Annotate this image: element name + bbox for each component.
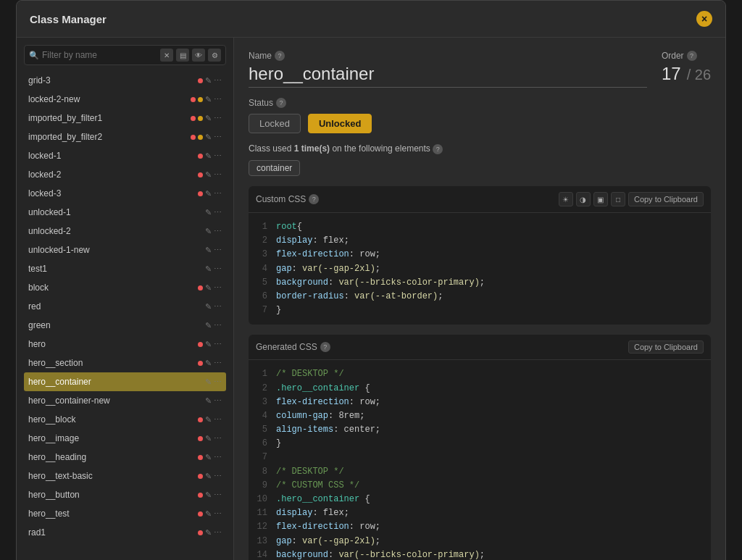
line-content: } [276,437,704,451]
list-item[interactable]: hero✎⋯ [24,335,226,354]
list-item[interactable]: hero__button✎⋯ [24,485,226,504]
more-icon: ⋯ [214,396,222,406]
list-item[interactable]: locked-2✎⋯ [24,165,226,184]
search-input[interactable] [42,50,157,60]
generated-css-copy-btn[interactable]: Copy to Clipboard [628,340,704,354]
list-item[interactable]: hero__container✎⋯ [24,372,226,391]
list-item[interactable]: hero__container-new✎⋯ [24,391,226,410]
class-item-name: imported_by_filter1 [28,113,191,123]
list-item[interactable]: red✎⋯ [24,297,226,316]
close-button[interactable]: × [696,11,712,27]
eye-button[interactable]: 👁 [192,49,205,62]
order-total: / 26 [687,67,711,83]
custom-css-info: ? [309,194,319,204]
custom-css-code[interactable]: 1root{2 display: flex;3 flex-direction: … [249,213,711,325]
code-line: 4 gap: var(--gap-2xl); [256,262,704,276]
list-item[interactable]: rad1✎⋯ [24,523,226,542]
class-item-icons: ✎⋯ [205,396,222,406]
line-content: } [276,304,704,317]
more-icon: ⋯ [214,509,222,519]
code-line: 11 display: flex; [256,506,704,520]
generated-css-header: Generated CSS ? Copy to Clipboard [249,335,711,360]
edit-icon: ✎ [205,170,212,180]
filter-button[interactable]: ▤ [176,49,189,62]
list-item[interactable]: imported_by_filter2✎⋯ [24,128,226,146]
class-item-icons: ✎⋯ [191,114,222,123]
line-content: flex-direction: row; [276,396,704,409]
code-line: 5 align-items: center; [256,423,704,437]
code-line: 6} [256,437,704,451]
orange-dot-icon [198,135,203,140]
list-item[interactable]: unlocked-2✎⋯ [24,222,226,241]
line-number: 2 [256,234,267,248]
list-item[interactable]: hero__heading✎⋯ [24,448,226,467]
list-item[interactable]: hero__image✎⋯ [24,429,226,448]
class-item-icons: ✎⋯ [198,472,222,481]
usage-label: Class used 1 time(s) on the following el… [249,143,711,154]
code-line: 8/* DESKTOP */ [256,465,704,479]
unlocked-button[interactable]: Unlocked [308,114,372,133]
line-content: gap: var(--gap-2xl); [276,262,704,276]
red-dot-icon [198,361,203,366]
settings-button[interactable]: ⚙ [208,49,221,62]
list-item[interactable]: hero__block✎⋯ [24,410,226,429]
line-number: 12 [256,520,267,534]
list-item[interactable]: locked-3✎⋯ [24,184,226,203]
line-number: 13 [256,535,267,548]
tablet-icon-btn[interactable]: ▣ [593,192,608,206]
red-dot-icon [198,78,203,83]
more-icon: ⋯ [214,76,222,85]
search-icon: 🔍 [29,51,39,60]
edit-icon: ✎ [205,434,212,443]
class-item-icons: ✎⋯ [198,340,222,349]
class-manager-modal: Class Manager × 🔍 ✕ ▤ 👁 ⚙ grid-3✎⋯locked… [16,0,726,560]
list-item[interactable]: unlocked-1✎⋯ [24,203,226,222]
list-item[interactable]: locked-1✎⋯ [24,146,226,165]
line-content: background: var(--bricks-color-primary); [276,548,704,560]
modal-body: 🔍 ✕ ▤ 👁 ⚙ grid-3✎⋯locked-2-new✎⋯imported… [17,38,725,560]
moon-icon-btn[interactable]: ◑ [576,192,591,206]
line-content: border-radius: var(--at-border); [276,290,704,304]
more-icon: ⋯ [214,415,222,425]
line-number: 3 [256,248,267,262]
list-item[interactable]: imported_by_filter1✎⋯ [24,109,226,128]
custom-css-copy-btn[interactable]: Copy to Clipboard [628,192,704,206]
line-content: root{ [276,220,704,234]
list-item[interactable]: locked-2-new✎⋯ [24,90,226,109]
mobile-icon-btn[interactable]: □ [611,192,625,206]
line-content: .hero__container { [276,493,704,506]
list-item[interactable]: hero__test✎⋯ [24,504,226,523]
class-item-icons: ✎⋯ [198,359,222,368]
list-item[interactable]: block✎⋯ [24,278,226,297]
edit-icon: ✎ [205,189,212,198]
name-info-icon: ? [275,51,285,61]
list-item[interactable]: grid-3✎⋯ [24,71,226,90]
generated-css-info: ? [320,342,330,352]
list-item[interactable]: green✎⋯ [24,316,226,335]
class-item-icons: ✎⋯ [205,246,222,255]
edit-icon: ✎ [205,377,212,387]
orange-dot-icon [198,116,203,121]
sun-icon-btn[interactable]: ☀ [559,192,573,206]
main-content: Name ? hero__container Order ? 17 / 26 [234,38,725,560]
class-item-name: hero__container-new [28,396,205,406]
class-item-icons: ✎⋯ [198,151,222,161]
more-icon: ⋯ [214,434,222,443]
status-toggle-row: Locked Unlocked [249,114,711,133]
class-item-name: hero__text-basic [28,471,198,481]
class-item-name: grid-3 [28,75,198,85]
more-icon: ⋯ [214,133,222,142]
edit-icon: ✎ [205,76,212,85]
edit-icon: ✎ [205,321,212,330]
generated-css-code[interactable]: 1/* DESKTOP */2.hero__container {3 flex-… [249,360,711,560]
list-item[interactable]: hero__section✎⋯ [24,354,226,372]
list-item[interactable]: unlocked-1-new✎⋯ [24,241,226,259]
code-line: 3 flex-direction: row; [256,248,704,262]
list-item[interactable]: hero__text-basic✎⋯ [24,467,226,485]
line-number: 7 [256,451,267,464]
locked-button[interactable]: Locked [249,114,301,133]
clear-search-button[interactable]: ✕ [160,49,173,62]
line-number: 6 [256,290,267,304]
more-icon: ⋯ [214,321,222,330]
list-item[interactable]: test1✎⋯ [24,259,226,278]
